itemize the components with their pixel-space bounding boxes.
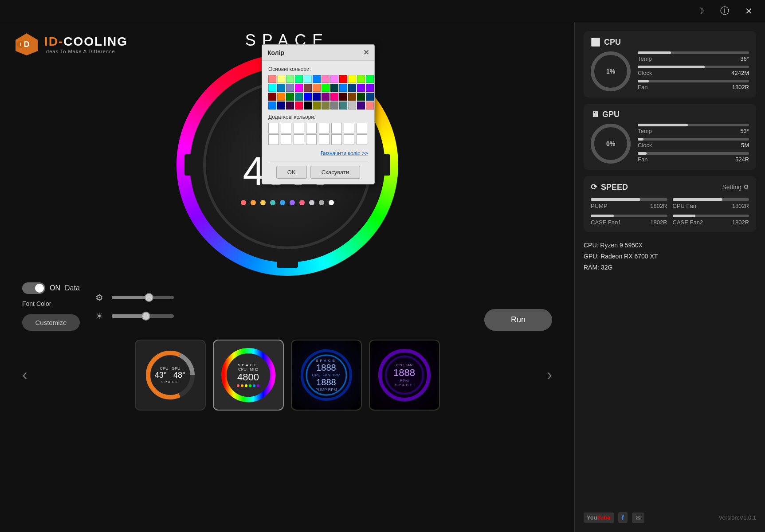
dot-10 <box>329 200 334 205</box>
moon-button[interactable]: ☽ <box>693 4 708 18</box>
color-swatch[interactable] <box>366 102 374 110</box>
speed-slider[interactable] <box>112 296 174 299</box>
color-swatch[interactable] <box>322 93 330 101</box>
run-button[interactable]: Run <box>484 309 552 331</box>
color-swatch[interactable] <box>295 84 303 92</box>
color-swatch[interactable] <box>277 93 285 101</box>
cpu-icon: ⬜ <box>591 37 600 47</box>
color-swatch[interactable] <box>304 102 312 110</box>
color-swatch[interactable] <box>330 93 338 101</box>
color-swatch[interactable] <box>330 84 338 92</box>
color-swatch[interactable] <box>295 102 303 110</box>
color-swatch[interactable] <box>268 93 276 101</box>
thumbnail-2[interactable]: SPACE CPU MHz 4800 <box>213 340 284 411</box>
thumbnail-3[interactable]: SPACE 1888 CPU_FAN RPM 1888 PUMP RPM <box>291 340 362 411</box>
color-swatch[interactable] <box>295 75 303 83</box>
color-swatch[interactable] <box>348 84 356 92</box>
ok-button[interactable]: OK <box>276 166 307 179</box>
color-swatch[interactable] <box>339 84 347 92</box>
facebook-icon[interactable]: f <box>618 512 628 523</box>
brightness-slider[interactable] <box>112 314 174 318</box>
gpu-body: 0% Temp 53° <box>591 124 749 164</box>
custom-color-swatch[interactable] <box>357 123 367 133</box>
cpu-temp-bar-fill <box>638 51 671 54</box>
color-swatch[interactable] <box>304 93 312 101</box>
custom-color-swatch[interactable] <box>357 134 367 145</box>
color-swatch[interactable] <box>286 93 294 101</box>
dialog-close-button[interactable]: ✕ <box>363 48 369 57</box>
color-swatch[interactable] <box>313 84 321 92</box>
custom-color-swatch[interactable] <box>344 134 354 145</box>
color-swatch[interactable] <box>366 84 374 92</box>
color-swatch[interactable] <box>277 102 285 110</box>
youtube-icon[interactable]: YouTube <box>584 512 614 523</box>
color-swatch[interactable] <box>322 102 330 110</box>
color-swatch[interactable] <box>348 102 356 110</box>
color-swatch[interactable] <box>268 84 276 92</box>
dot-7 <box>299 200 305 205</box>
color-swatch[interactable] <box>366 75 374 83</box>
color-swatch[interactable] <box>348 93 356 101</box>
custom-color-swatch[interactable] <box>331 134 342 145</box>
custom-color-swatch[interactable] <box>268 123 279 133</box>
info-button[interactable]: ⓘ <box>717 3 733 19</box>
email-icon[interactable]: ✉ <box>632 512 644 523</box>
custom-color-swatch[interactable] <box>319 123 330 133</box>
color-swatch[interactable] <box>286 102 294 110</box>
color-swatch[interactable] <box>339 93 347 101</box>
color-swatch[interactable] <box>330 75 338 83</box>
font-color-label: Font Color <box>22 300 80 307</box>
color-swatch[interactable] <box>322 75 330 83</box>
thumbnail-4[interactable]: CPU_FAN 1888 RPM SPACE <box>369 340 440 411</box>
color-swatch[interactable] <box>357 102 365 110</box>
speed-slider-row: ⚙ <box>93 292 174 303</box>
custom-color-swatch[interactable] <box>331 123 342 133</box>
custom-color-swatch[interactable] <box>306 123 317 133</box>
color-swatch[interactable] <box>277 84 285 92</box>
color-swatch[interactable] <box>357 84 365 92</box>
toggle-row: ON Data <box>22 282 80 294</box>
color-swatch[interactable] <box>339 102 347 110</box>
case-fan1-bar-bg <box>591 215 667 217</box>
basic-color-grid <box>268 75 368 110</box>
cpu-clock-value: 4242M <box>731 70 749 76</box>
color-swatch[interactable] <box>357 93 365 101</box>
on-toggle[interactable] <box>22 282 45 294</box>
cpu-section: ⬜ CPU 1% Temp 36° <box>584 31 756 98</box>
color-swatch[interactable] <box>330 102 338 110</box>
color-swatch[interactable] <box>313 102 321 110</box>
color-swatch[interactable] <box>348 75 356 83</box>
custom-color-swatch[interactable] <box>344 123 354 133</box>
custom-color-swatch[interactable] <box>268 134 279 145</box>
color-swatch[interactable] <box>277 75 285 83</box>
thumbnail-1[interactable]: CPU GPU 43° 48° SPACE <box>135 340 206 411</box>
color-swatch[interactable] <box>286 75 294 83</box>
color-swatch[interactable] <box>286 84 294 92</box>
cpu-fan-value: 1802R <box>732 84 749 90</box>
color-swatch[interactable] <box>268 75 276 83</box>
custom-color-swatch[interactable] <box>281 123 291 133</box>
prev-button[interactable]: ‹ <box>18 361 32 389</box>
color-swatch[interactable] <box>322 84 330 92</box>
custom-color-swatch[interactable] <box>319 134 330 145</box>
color-swatch[interactable] <box>295 93 303 101</box>
color-swatch[interactable] <box>304 75 312 83</box>
color-swatch[interactable] <box>357 75 365 83</box>
color-swatch[interactable] <box>339 75 347 83</box>
next-button[interactable]: › <box>542 361 557 389</box>
customize-button[interactable]: Customize <box>22 314 80 331</box>
custom-color-swatch[interactable] <box>294 123 304 133</box>
setting-icon: ⚙ <box>743 184 749 191</box>
color-swatch[interactable] <box>313 75 321 83</box>
define-color-link[interactable]: Визначити колір >> <box>268 150 368 156</box>
close-button[interactable]: ✕ <box>741 4 756 18</box>
color-swatch[interactable] <box>366 93 374 101</box>
custom-color-swatch[interactable] <box>306 134 317 145</box>
custom-color-swatch[interactable] <box>281 134 291 145</box>
color-swatch[interactable] <box>304 84 312 92</box>
custom-color-swatch[interactable] <box>294 134 304 145</box>
setting-link[interactable]: Setting ⚙ <box>722 184 749 191</box>
color-swatch[interactable] <box>313 93 321 101</box>
color-swatch[interactable] <box>268 102 276 110</box>
cancel-button[interactable]: Скасувати <box>310 166 361 179</box>
